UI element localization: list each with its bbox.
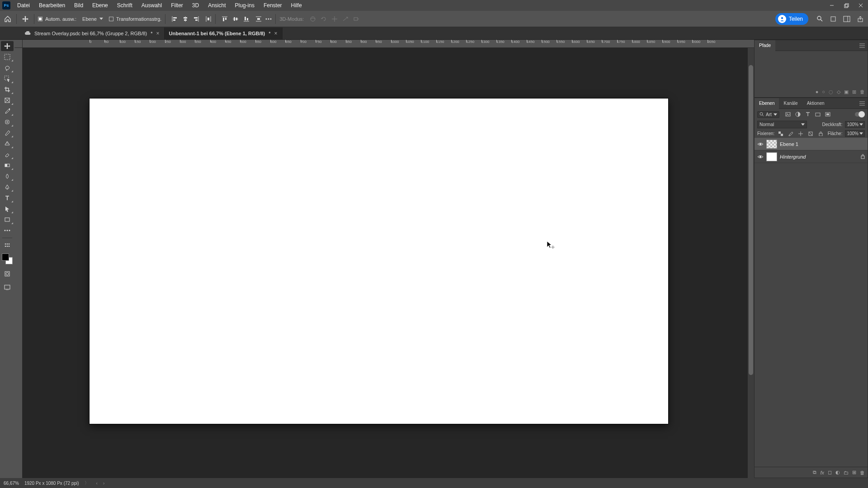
shape-tool[interactable]: [1, 215, 14, 225]
stroke-path-button[interactable]: ○: [822, 89, 825, 94]
share-button[interactable]: Teilen: [775, 13, 808, 25]
layer-thumbnail[interactable]: [766, 152, 777, 161]
path-select-tool[interactable]: [1, 204, 14, 214]
move-tool-indicator[interactable]: [20, 14, 30, 24]
healing-brush-tool[interactable]: [1, 117, 14, 127]
filter-type-icon[interactable]: [804, 111, 812, 118]
menu-schrift[interactable]: Schrift: [113, 0, 137, 11]
delete-path-button[interactable]: 🗑: [860, 89, 865, 94]
new-layer-button[interactable]: ⊞: [852, 469, 856, 475]
layer-fx-button[interactable]: fx: [820, 470, 824, 475]
layer-filter-toggle[interactable]: [855, 112, 865, 117]
align-hcenter-button[interactable]: [180, 14, 191, 24]
fill-path-button[interactable]: ●: [816, 89, 819, 94]
auto-select-checkbox[interactable]: Autom. ausw.:: [38, 16, 76, 22]
align-vcenter-button[interactable]: [230, 14, 241, 24]
clone-stamp-tool[interactable]: [1, 139, 14, 149]
3d-roll-button[interactable]: [318, 14, 329, 24]
screen-mode-tool-button[interactable]: [1, 282, 14, 292]
paths-list[interactable]: [755, 51, 868, 86]
layer-row[interactable]: Hintergrund: [755, 150, 868, 163]
menu-ebene[interactable]: Ebene: [88, 0, 113, 11]
document-info[interactable]: 1920 Px x 1080 Px (72 ppi): [24, 481, 79, 486]
pen-tool[interactable]: [1, 182, 14, 192]
new-group-button[interactable]: 🗀: [844, 470, 849, 475]
home-button[interactable]: [3, 14, 13, 24]
align-bottom-button[interactable]: [241, 14, 252, 24]
export-share-button[interactable]: [855, 14, 865, 24]
adjustment-layer-button[interactable]: ◐: [835, 469, 840, 475]
menu-bild[interactable]: Bild: [70, 0, 88, 11]
menu-3d[interactable]: 3D: [188, 0, 203, 11]
3d-slide-button[interactable]: [340, 14, 351, 24]
lock-position-button[interactable]: [797, 131, 804, 137]
eyedropper-tool[interactable]: [1, 106, 14, 116]
menu-hilfe[interactable]: Hilfe: [287, 0, 307, 11]
zoom-level[interactable]: 66,67%: [4, 481, 19, 486]
align-left-button[interactable]: [169, 14, 180, 24]
menu-fenster[interactable]: Fenster: [259, 0, 287, 11]
eraser-tool[interactable]: [1, 150, 14, 160]
document-tab[interactable]: Unbenannt-1 bei 66,7% (Ebene 1, RGB/8) *…: [165, 28, 283, 39]
more-tools-button[interactable]: [1, 225, 14, 235]
transform-controls-checkbox[interactable]: Transformationsstrg.: [109, 16, 161, 22]
layer-filter-kind-dropdown[interactable]: Art: [757, 111, 779, 118]
menu-plugins[interactable]: Plug-ins: [231, 0, 259, 11]
menu-bearbeiten[interactable]: Bearbeiten: [34, 0, 70, 11]
search-button[interactable]: [815, 14, 825, 24]
foreground-color-swatch[interactable]: [2, 253, 9, 261]
workspace-switcher-button[interactable]: [842, 14, 852, 24]
move-tool[interactable]: [1, 41, 14, 51]
tab-paths[interactable]: Pfade: [755, 40, 775, 51]
blur-tool[interactable]: [1, 171, 14, 181]
lasso-tool[interactable]: [1, 63, 14, 73]
document-tab[interactable]: Stream Overlay.psdc bei 66,7% (Gruppe 2,…: [20, 28, 165, 39]
selection-to-path-button[interactable]: ◇: [837, 89, 840, 95]
color-swatches[interactable]: [1, 253, 14, 265]
window-minimize-button[interactable]: [825, 0, 839, 11]
status-menu-button[interactable]: 〉: [85, 480, 89, 486]
tab-close-button[interactable]: ×: [274, 30, 278, 37]
link-layers-button[interactable]: ⧉: [813, 469, 816, 475]
scrollbar-thumb[interactable]: [749, 65, 753, 375]
artboard[interactable]: [90, 99, 668, 424]
filter-adjustment-icon[interactable]: [794, 111, 802, 118]
delete-layer-button[interactable]: 🗑: [860, 470, 865, 475]
crop-tool[interactable]: [1, 84, 14, 94]
tab-channels[interactable]: Kanäle: [779, 98, 802, 109]
panel-menu-button[interactable]: [857, 43, 868, 48]
object-select-tool[interactable]: [1, 74, 14, 84]
path-to-selection-button[interactable]: ◌: [829, 89, 833, 95]
lock-artboard-button[interactable]: [807, 131, 814, 137]
new-path-button[interactable]: ⊞: [852, 89, 856, 95]
edit-toolbar-button[interactable]: [1, 240, 14, 250]
marquee-tool[interactable]: [1, 52, 14, 62]
quick-mask-button[interactable]: [1, 269, 14, 279]
horizontal-ruler[interactable]: 0501001502002503003504004505005506006507…: [23, 40, 754, 48]
opacity-field[interactable]: 100%: [845, 121, 865, 128]
tab-layers[interactable]: Ebenen: [755, 98, 779, 109]
layer-thumbnail[interactable]: [766, 140, 777, 149]
layer-list[interactable]: Ebene 1 Hintergrund: [755, 138, 868, 467]
layer-name[interactable]: Hintergrund: [780, 154, 806, 160]
distribute-v-button[interactable]: [255, 16, 262, 22]
menu-ansicht[interactable]: Ansicht: [203, 0, 230, 11]
add-mask-button[interactable]: ▣: [844, 89, 849, 95]
3d-orbit-button[interactable]: [307, 14, 318, 24]
align-top-button[interactable]: [219, 14, 230, 24]
panel-menu-button[interactable]: [857, 101, 868, 106]
lock-transparency-button[interactable]: [777, 131, 784, 137]
add-mask-button[interactable]: ◻: [828, 469, 832, 475]
lock-pixels-button[interactable]: [787, 131, 794, 137]
align-right-button[interactable]: [191, 14, 202, 24]
window-close-button[interactable]: [854, 0, 868, 11]
distribute-h-button[interactable]: [205, 16, 212, 22]
layer-visibility-toggle[interactable]: [757, 141, 764, 147]
gradient-tool[interactable]: [1, 160, 14, 170]
blend-mode-dropdown[interactable]: Normal: [757, 121, 807, 128]
tab-close-button[interactable]: ×: [156, 30, 160, 37]
filter-smart-icon[interactable]: [824, 111, 832, 118]
layer-visibility-toggle[interactable]: [757, 154, 764, 160]
window-restore-button[interactable]: [839, 0, 854, 11]
more-align-button[interactable]: [265, 18, 272, 20]
